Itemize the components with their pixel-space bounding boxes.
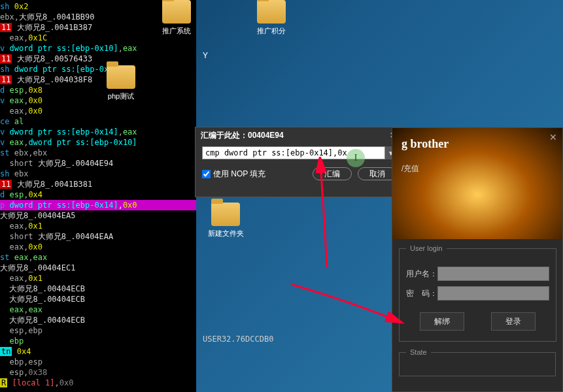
static-text-y: Y (203, 51, 208, 60)
text-cursor-icon: I (347, 149, 365, 167)
disasm-line[interactable]: eax,0x0 (0, 242, 196, 252)
folder-icon (162, 0, 191, 24)
assembly-dialog: 汇编于此处：00404E94 ✕ ▼ 使用 NOP 填充 汇编 取消 (195, 127, 404, 197)
disasm-line[interactable]: esp,ebp (0, 325, 196, 336)
nop-label: 使用 NOP 填充 (213, 169, 265, 180)
close-icon[interactable]: ✕ (549, 132, 557, 142)
disasm-line[interactable]: sh dword ptr ss:[ebp-0x10] (0, 64, 196, 74)
disasm-line[interactable]: esp,0x38 (0, 367, 196, 378)
disasm-line[interactable]: 大师兄8_.00404ECB (0, 315, 196, 325)
state-legend: State (406, 348, 431, 356)
icon-label: 推广积分 (252, 26, 291, 36)
desktop-folder-new[interactable]: 新建文件夹 (206, 203, 245, 238)
disasm-line[interactable]: st eax,eax (0, 252, 196, 263)
nop-checkbox-input[interactable] (202, 170, 211, 178)
disasm-line[interactable]: 大师兄8_.00404ECB (0, 294, 196, 304)
password-label: 密 码： (406, 288, 437, 299)
disasm-line[interactable]: 大师兄8_.00404EC1 (0, 263, 196, 273)
disasm-line[interactable]: ebp,esp (0, 357, 196, 367)
disasm-line[interactable]: short 大师兄8_.00404E94 (0, 158, 196, 169)
state-fieldset: State (399, 348, 556, 376)
disasm-line[interactable]: R [local 1],0x0 (0, 378, 196, 388)
icon-label: 新建文件夹 (206, 229, 245, 238)
disasm-line[interactable]: 大师兄8_.00404ECB (0, 284, 196, 294)
icon-label: 推广系统 (157, 26, 196, 36)
login-button[interactable]: 登录 (491, 312, 536, 331)
disassembly-panel[interactable]: sh 0x2ebx,大师兄8_.0041BB9011 大师兄8_.0041B38… (0, 0, 196, 392)
login-window: ✕ g brother /充值 User login 用户名： 密 码： 解绑 … (392, 127, 563, 392)
disasm-line[interactable]: v dword ptr ss:[ebp-0x14],eax (0, 127, 196, 137)
disasm-line[interactable]: tn 0x4 (0, 346, 196, 357)
desktop-folder-phptest[interactable]: php测试 (101, 65, 141, 101)
disasm-line[interactable]: d esp,0x4 (0, 189, 196, 200)
disasm-line[interactable]: st ebx,ebx (0, 148, 196, 158)
user-login-fieldset: User login 用户名： 密 码： 解绑 登录 (399, 244, 556, 342)
login-title: g brother (401, 137, 449, 151)
disasm-line[interactable]: eax,0x1 (0, 221, 196, 231)
compile-button[interactable]: 汇编 (313, 167, 352, 180)
username-label: 用户名： (406, 269, 437, 280)
disasm-line[interactable]: sh ebx (0, 169, 196, 179)
cancel-button[interactable]: 取消 (358, 167, 397, 180)
folder-icon (257, 0, 286, 24)
annotation-arrow-right (288, 281, 405, 333)
login-subtitle: /充值 (401, 163, 419, 174)
disasm-line[interactable]: ce al (0, 116, 196, 127)
disasm-line[interactable]: eax,eax (0, 304, 196, 315)
disasm-line[interactable]: v eax,0x0 (0, 95, 196, 106)
disasm-line[interactable]: 11 大师兄8_.00576433 (0, 54, 196, 64)
login-legend: User login (406, 244, 447, 252)
disasm-line[interactable]: 11 大师兄8_.0041B381 (0, 179, 196, 189)
icon-label: php测试 (101, 91, 141, 101)
disasm-line[interactable]: d esp,0x8 (0, 85, 196, 95)
disasm-line[interactable]: v eax,dword ptr ss:[ebp-0x10] (0, 137, 196, 148)
disasm-line[interactable]: eax,0x1 (0, 273, 196, 284)
disasm-line[interactable]: eax,0x0 (0, 106, 196, 116)
disasm-line[interactable]: ebp (0, 336, 196, 346)
folder-icon (211, 203, 240, 226)
unbind-button[interactable]: 解绑 (420, 312, 464, 331)
nop-fill-checkbox[interactable]: 使用 NOP 填充 (202, 169, 265, 180)
desktop-folder-promo-system[interactable]: 推广系统 (157, 0, 196, 36)
username-input[interactable] (437, 267, 549, 281)
disasm-line[interactable]: v dword ptr ss:[ebp-0x10],eax (0, 43, 196, 54)
module-address-text: USER32.76DCCDB0 (203, 335, 273, 344)
dialog-title: 汇编于此处：00404E94 (201, 130, 284, 141)
disasm-line[interactable]: short 大师兄8_.00404EAA (0, 231, 196, 242)
login-hero: ✕ g brother /充值 (392, 128, 562, 239)
disasm-line[interactable]: 11 大师兄8_.004038F8 (0, 74, 196, 85)
password-input[interactable] (437, 286, 549, 301)
disasm-line[interactable]: 大师兄8_.00404EA5 (0, 210, 196, 221)
folder-icon (107, 65, 135, 89)
desktop-folder-promo-points[interactable]: 推广积分 (252, 0, 291, 36)
disasm-line[interactable]: p dword ptr ss:[ebp-0x14],0x0 (0, 200, 196, 210)
